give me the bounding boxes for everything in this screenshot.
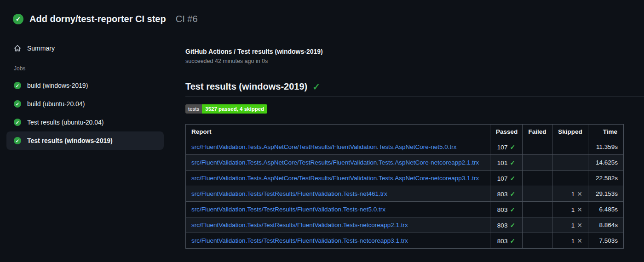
column-header-skipped: Skipped [552, 125, 588, 139]
time-cell: 14.625s [588, 155, 624, 171]
success-check-circle-icon: ✓ [13, 14, 23, 24]
passed-cell: 107✓ [490, 139, 523, 155]
table-row: src/FluentValidation.Tests/TestResults/F… [186, 202, 624, 217]
check-icon: ✓ [510, 175, 515, 182]
jobs-list: ✓ build (windows-2019) ✓ build (ubuntu-2… [6, 76, 164, 150]
report-link[interactable]: src/FluentValidation.Tests.AspNetCore/Te… [191, 143, 457, 150]
skipped-count: 1 [571, 206, 575, 213]
passed-cell: 107✓ [490, 171, 523, 186]
passed-count: 107 [497, 144, 508, 151]
workflow-run-number: CI #6 [176, 14, 198, 24]
passed-cell: 803✓ [490, 217, 523, 233]
time-cell: 7.503s [588, 233, 624, 249]
report-cell: src/FluentValidation.Tests.AspNetCore/Te… [186, 139, 490, 155]
x-icon: ✕ [577, 237, 582, 245]
check-icon: ✓ [510, 159, 515, 166]
tests-badge-label: tests [185, 104, 202, 114]
time-cell: 6.485s [588, 202, 624, 217]
report-cell: src/FluentValidation.Tests.AspNetCore/Te… [186, 171, 490, 186]
table-body: src/FluentValidation.Tests.AspNetCore/Te… [186, 139, 624, 249]
failed-cell [523, 155, 552, 171]
report-cell: src/FluentValidation.Tests.AspNetCore/Te… [186, 155, 490, 171]
sidebar-job-item[interactable]: ✓ Test results (windows-2019) [6, 131, 164, 150]
tests-badge-value: 3527 passed, 4 skipped [202, 104, 267, 114]
skipped-cell [552, 139, 588, 155]
skipped-count: 1 [571, 238, 575, 245]
passed-count: 101 [497, 159, 508, 166]
failed-cell [523, 139, 552, 155]
job-success-check-circle-icon: ✓ [14, 137, 21, 144]
x-icon: ✕ [577, 222, 582, 229]
sidebar-summary-label: Summary [27, 45, 55, 52]
passed-count: 803 [497, 222, 508, 229]
passed-count: 107 [497, 175, 508, 182]
tests-badge[interactable]: tests 3527 passed, 4 skipped [185, 104, 267, 114]
skipped-cell: 1✕ [552, 186, 588, 202]
table-row: src/FluentValidation.Tests/TestResults/F… [186, 186, 624, 202]
x-icon: ✕ [577, 206, 582, 213]
report-cell: src/FluentValidation.Tests/TestResults/F… [186, 233, 490, 249]
column-header-time: Time [588, 125, 624, 139]
table-row: src/FluentValidation.Tests/TestResults/F… [186, 217, 624, 233]
home-icon [14, 45, 21, 52]
report-link[interactable]: src/FluentValidation.Tests/TestResults/F… [191, 206, 385, 213]
section-title: Test results (windows-2019) [185, 81, 307, 92]
check-icon: ✓ [510, 206, 515, 213]
job-success-check-circle-icon: ✓ [14, 119, 21, 126]
divider-top [185, 71, 644, 71]
sidebar-job-item[interactable]: ✓ Test results (ubuntu-20.04) [6, 113, 164, 131]
table-row: src/FluentValidation.Tests/TestResults/F… [186, 233, 624, 249]
report-cell: src/FluentValidation.Tests/TestResults/F… [186, 202, 490, 217]
passed-cell: 803✓ [490, 202, 523, 217]
check-run-status-text: succeeded 42 minutes ago in 0s [185, 58, 644, 64]
time-cell: 11.359s [588, 139, 624, 155]
report-link[interactable]: src/FluentValidation.Tests/TestResults/F… [191, 222, 408, 228]
table-row: src/FluentValidation.Tests.AspNetCore/Te… [186, 139, 624, 155]
section-heading: Test results (windows-2019) ✓ [185, 81, 644, 92]
time-cell: 8.864s [588, 217, 624, 233]
check-icon: ✓ [510, 237, 515, 245]
job-label: Test results (windows-2019) [27, 137, 113, 144]
report-link[interactable]: src/FluentValidation.Tests/TestResults/F… [191, 190, 387, 197]
table-row: src/FluentValidation.Tests.AspNetCore/Te… [186, 155, 624, 171]
report-cell: src/FluentValidation.Tests/TestResults/F… [186, 217, 490, 233]
passed-cell: 803✓ [490, 186, 523, 202]
column-header-passed: Passed [490, 125, 523, 139]
x-icon: ✕ [577, 190, 582, 198]
skipped-cell [552, 155, 588, 171]
section-success-check-icon: ✓ [312, 82, 320, 91]
table-header-row: ReportPassedFailedSkippedTime [186, 125, 624, 139]
sidebar-job-item[interactable]: ✓ build (windows-2019) [6, 76, 164, 95]
passed-count: 803 [497, 238, 508, 245]
failed-cell [523, 171, 552, 186]
check-icon: ✓ [510, 190, 515, 198]
sidebar-item-summary[interactable]: Summary [6, 40, 164, 57]
job-label: Test results (ubuntu-20.04) [27, 119, 104, 126]
job-success-check-circle-icon: ✓ [14, 100, 21, 108]
passed-count: 803 [497, 206, 508, 213]
check-icon: ✓ [510, 143, 515, 151]
report-link[interactable]: src/FluentValidation.Tests.AspNetCore/Te… [191, 159, 479, 166]
job-label: build (windows-2019) [27, 82, 88, 89]
column-header-failed: Failed [523, 125, 552, 139]
job-success-check-circle-icon: ✓ [14, 82, 21, 89]
check-icon: ✓ [510, 222, 515, 229]
report-link[interactable]: src/FluentValidation.Tests.AspNetCore/Te… [191, 175, 479, 182]
workflow-run-title: Add dorny/test-reporter CI step [29, 14, 166, 24]
sidebar-job-item[interactable]: ✓ build (ubuntu-20.04) [6, 95, 164, 113]
test-results-table: ReportPassedFailedSkippedTime src/Fluent… [185, 124, 624, 249]
skipped-cell: 1✕ [552, 217, 588, 233]
table-row: src/FluentValidation.Tests.AspNetCore/Te… [186, 171, 624, 186]
column-header-report: Report [186, 125, 490, 139]
job-label: build (ubuntu-20.04) [27, 100, 85, 108]
skipped-cell: 1✕ [552, 233, 588, 249]
passed-count: 803 [497, 191, 508, 198]
sidebar-jobs-heading: Jobs [6, 57, 164, 76]
check-run-title: GitHub Actions / Test results (windows-2… [185, 48, 644, 55]
passed-cell: 803✓ [490, 233, 523, 249]
report-link[interactable]: src/FluentValidation.Tests/TestResults/F… [191, 237, 408, 244]
passed-cell: 101✓ [490, 155, 523, 171]
divider-section [185, 97, 644, 97]
skipped-count: 1 [571, 222, 575, 229]
skipped-count: 1 [571, 191, 575, 198]
